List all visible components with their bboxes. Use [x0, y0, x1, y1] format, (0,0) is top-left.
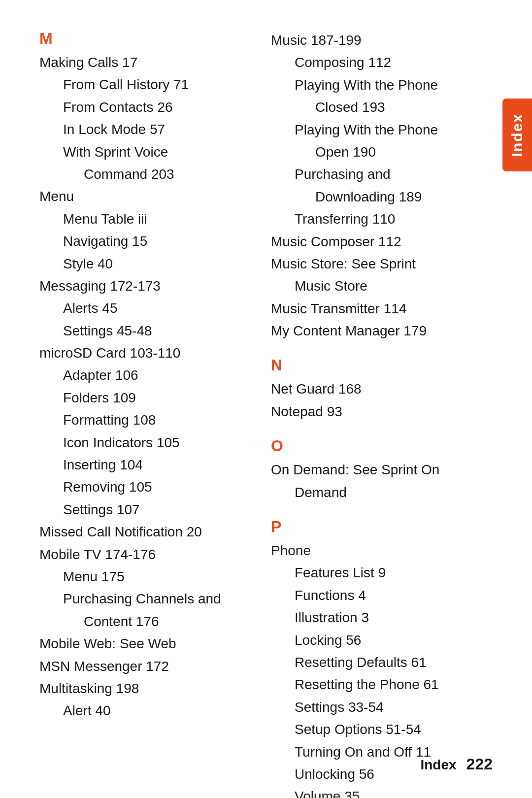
list-item: Music Store [271, 275, 463, 297]
list-item: Menu 175 [39, 566, 232, 587]
list-item: From Contacts 26 [39, 97, 232, 118]
list-item: Setup Options 51-54 [271, 719, 463, 740]
list-item: Mobile TV 174-176 [39, 544, 232, 565]
list-item: Notepad 93 [271, 401, 463, 422]
list-item: Volume 35 [271, 786, 463, 798]
list-item: Closed 193 [271, 97, 463, 118]
page-footer: Index 222 [420, 755, 493, 773]
section-letter-o: O [271, 437, 463, 455]
list-item: Illustration 3 [271, 607, 463, 628]
section-letter-n: N [271, 356, 463, 374]
list-item: Settings 107 [39, 499, 232, 520]
list-item: microSD Card 103-110 [39, 342, 232, 364]
list-item: MSN Messenger 172 [39, 656, 232, 677]
list-item: Menu [39, 186, 232, 207]
list-item: Menu Table iii [39, 208, 232, 230]
list-item: Missed Call Notification 20 [39, 521, 232, 542]
index-entries-music: Music 187-199 Composing 112 Playing With… [271, 30, 463, 341]
list-item: Composing 112 [271, 52, 463, 73]
list-item: Alerts 45 [39, 298, 232, 319]
list-item: Purchasing and [271, 164, 463, 185]
side-tab-label: Index [509, 113, 526, 157]
list-item: Resetting Defaults 61 [271, 652, 463, 673]
list-item: Downloading 189 [271, 186, 463, 207]
list-item: Playing With the Phone [271, 74, 463, 96]
list-item: Resetting the Phone 61 [271, 674, 463, 695]
list-item: Making Calls 17 [39, 52, 232, 73]
list-item: Inserting 104 [39, 454, 232, 475]
list-item: Music Composer 112 [271, 231, 463, 252]
list-item: Transferring 110 [271, 208, 463, 230]
index-entries-n: Net Guard 168 Notepad 93 [271, 378, 463, 422]
list-item: Mobile Web: See Web [39, 633, 232, 654]
page-container: Index M Making Calls 17 From Call Histor… [0, 0, 532, 798]
index-entries-o: On Demand: See Sprint On Demand [271, 459, 463, 503]
list-item: Playing With the Phone [271, 119, 463, 140]
list-item: Music Transmitter 114 [271, 298, 463, 319]
index-side-tab: Index [502, 99, 532, 171]
list-item: My Content Manager 179 [271, 320, 463, 341]
list-item: Music Store: See Sprint [271, 253, 463, 274]
section-letter-p: P [271, 518, 463, 536]
section-letter-m: M [39, 30, 232, 48]
list-item: Music 187-199 [271, 30, 463, 51]
list-item: Navigating 15 [39, 231, 232, 252]
list-item: Messaging 172-173 [39, 275, 232, 297]
right-column: Music 187-199 Composing 112 Playing With… [271, 30, 493, 729]
list-item: Command 203 [39, 164, 232, 185]
list-item: On Demand: See Sprint On [271, 459, 463, 480]
list-item: Features List 9 [271, 562, 463, 583]
list-item: Purchasing Channels and [39, 588, 232, 609]
list-item: Adapter 106 [39, 365, 232, 386]
list-item: Locking 56 [271, 630, 463, 651]
list-item: Formatting 108 [39, 409, 232, 431]
list-item: Settings 45-48 [39, 320, 232, 341]
footer-page-number: 222 [466, 755, 493, 773]
list-item: Content 176 [39, 611, 232, 632]
list-item: Multitasking 198 [39, 678, 232, 699]
list-item: Functions 4 [271, 585, 463, 606]
list-item: Folders 109 [39, 387, 232, 408]
content-area: M Making Calls 17 From Call History 71 F… [39, 30, 493, 729]
list-item: With Sprint Voice [39, 141, 232, 163]
list-item: Icon Indicators 105 [39, 432, 232, 453]
list-item: In Lock Mode 57 [39, 119, 232, 140]
list-item: From Call History 71 [39, 74, 232, 95]
list-item: Style 40 [39, 253, 232, 274]
list-item: Open 190 [271, 141, 463, 163]
index-entries-m: Making Calls 17 From Call History 71 Fro… [39, 52, 232, 722]
list-item: Net Guard 168 [271, 378, 463, 399]
list-item: Alert 40 [39, 700, 232, 721]
left-column: M Making Calls 17 From Call History 71 F… [39, 30, 241, 729]
list-item: Phone [271, 540, 463, 561]
footer-label: Index [420, 757, 456, 773]
list-item: Removing 105 [39, 476, 232, 498]
list-item: Settings 33-54 [271, 697, 463, 718]
list-item: Demand [271, 482, 463, 503]
